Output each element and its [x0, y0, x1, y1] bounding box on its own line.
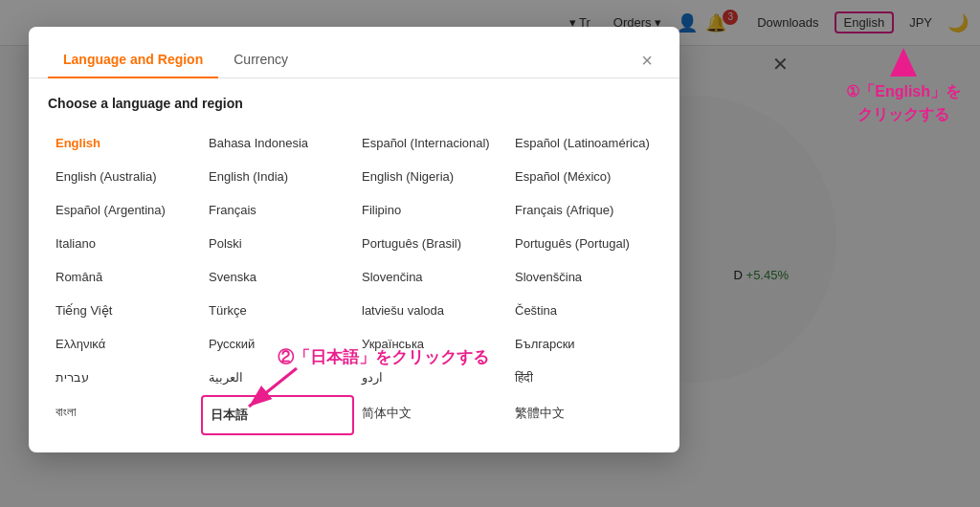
lang-item-svenska[interactable]: Svenska: [201, 260, 354, 294]
annotation-arrow-up: [890, 48, 917, 77]
lang-item-francais[interactable]: Français: [201, 193, 354, 227]
language-grid: EnglishBahasa IndonesiaEspañol (Internac…: [48, 126, 660, 435]
lang-item-english-au[interactable]: English (Australia): [48, 160, 201, 193]
lang-item-espanol-intl[interactable]: Español (Internacional): [354, 126, 507, 160]
modal-body: Choose a language and region EnglishBaha…: [29, 78, 679, 452]
lang-item-cestina[interactable]: Čeština: [507, 294, 660, 327]
lang-item-espanol-lat[interactable]: Español (Latinoamérica): [507, 126, 660, 160]
annotation2-circle: ②: [278, 348, 294, 366]
annotation-1-area: ①「English」を クリックする: [846, 48, 961, 126]
lang-item-ellinika[interactable]: Ελληνικά: [48, 327, 201, 361]
lang-item-portugues-pt[interactable]: Português (Portugal): [507, 227, 660, 260]
annotation-text-1: ①「English」を クリックする: [846, 80, 961, 126]
lang-item-turkce[interactable]: Türkçe: [201, 294, 354, 327]
modal-header: Language and Region Currency ×: [29, 27, 679, 78]
lang-item-simplified-chinese[interactable]: 简体中文: [354, 395, 507, 435]
lang-item-espanol-mx[interactable]: Español (México): [507, 160, 660, 193]
lang-item-slovensčina[interactable]: Slovenščina: [507, 260, 660, 294]
annotation-2-area: [239, 364, 306, 416]
lang-item-hindi[interactable]: हिंदी: [507, 361, 660, 395]
modal-subtitle: Choose a language and region: [48, 96, 660, 111]
lang-item-tieng-viet[interactable]: Tiếng Việt: [48, 294, 201, 327]
lang-item-latviesu[interactable]: latviešu valoda: [354, 294, 507, 327]
lang-item-traditional-chinese[interactable]: 繁體中文: [507, 395, 660, 435]
lang-item-espanol-ar[interactable]: Español (Argentina): [48, 193, 201, 227]
lang-item-bulgarski[interactable]: Български: [507, 327, 660, 361]
tab-language-region[interactable]: Language and Region: [48, 42, 218, 78]
annotation-text-2: ②「日本語」をクリックする: [278, 346, 489, 368]
lang-item-polski[interactable]: Polski: [201, 227, 354, 260]
lang-item-slovencina[interactable]: Slovenčina: [354, 260, 507, 294]
tab-currency[interactable]: Currency: [218, 42, 303, 78]
svg-line-1: [249, 368, 297, 407]
lang-item-ivrit[interactable]: עברית: [48, 361, 201, 395]
lang-item-romana[interactable]: Română: [48, 260, 201, 294]
lang-item-portugues-br[interactable]: Português (Brasil): [354, 227, 507, 260]
annotation-arrow-diagonal: [239, 364, 306, 416]
lang-item-bahasa[interactable]: Bahasa Indonesia: [201, 126, 354, 160]
language-modal: Language and Region Currency × Choose a …: [29, 27, 679, 452]
annotation1-line2: クリックする: [858, 106, 949, 122]
lang-item-italiano[interactable]: Italiano: [48, 227, 201, 260]
lang-item-english[interactable]: English: [48, 126, 201, 160]
annotation1-line1: 「English」を: [859, 83, 961, 99]
lang-item-english-in[interactable]: English (India): [201, 160, 354, 193]
lang-item-francais-af[interactable]: Français (Afrique): [507, 193, 660, 227]
modal-close-button[interactable]: ×: [634, 47, 660, 74]
annotation2-text: 「日本語」をクリックする: [294, 348, 489, 366]
lang-item-bangla[interactable]: বাংলা: [48, 395, 201, 435]
lang-item-english-ng[interactable]: English (Nigeria): [354, 160, 507, 193]
lang-item-filipino[interactable]: Filipino: [354, 193, 507, 227]
annotation1-circle: ①: [846, 83, 859, 99]
